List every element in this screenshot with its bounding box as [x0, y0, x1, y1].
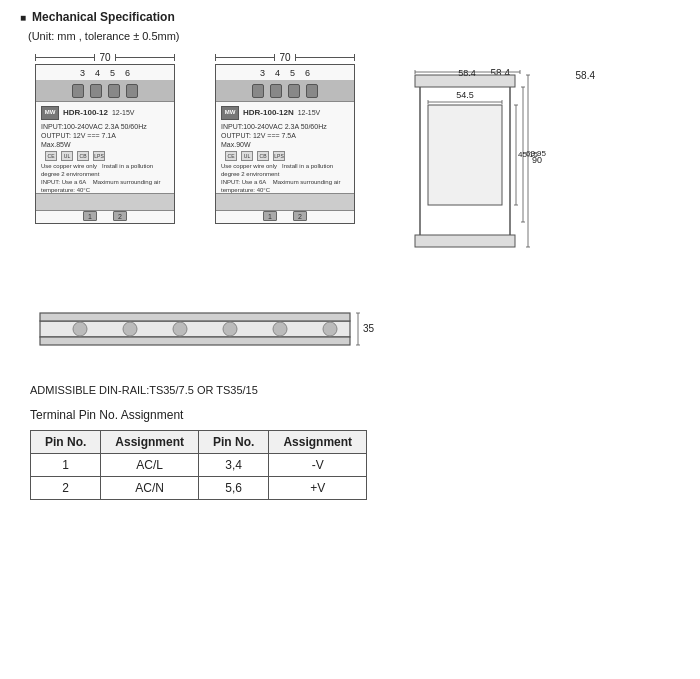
pin-labels-1: 3 4 5 6 — [36, 65, 174, 78]
svg-point-31 — [273, 322, 287, 336]
table-row: 1 AC/L 3,4 -V — [31, 454, 367, 477]
device-top-bar-2 — [216, 80, 354, 102]
pin-34: 3,4 — [199, 454, 269, 477]
bottom-pin-2: 2 — [113, 211, 127, 221]
pin-56: 5,6 — [199, 477, 269, 500]
col-pin-no-1: Pin No. — [31, 431, 101, 454]
svg-point-30 — [223, 322, 237, 336]
front-view-1: 70 3 4 5 6 — [30, 52, 180, 224]
pin-labels-2: 3 4 5 6 — [216, 65, 354, 78]
connector-pin — [90, 84, 102, 98]
model-1: HDR-100-12 — [63, 108, 108, 118]
dim-line-right-1 — [115, 57, 175, 58]
input-text-2: INPUT:100-240VAC 2.3A 50/60Hz — [221, 122, 349, 131]
device-bottom-bar-2 — [216, 193, 354, 211]
connector-pin — [72, 84, 84, 98]
dim-line-left-1 — [35, 57, 95, 58]
ce-icon: CE — [225, 151, 237, 161]
svg-point-29 — [173, 322, 187, 336]
dim-line-left-2 — [215, 57, 275, 58]
pin-2: 2 — [31, 477, 101, 500]
side-view: 58.4 58.4 58.4 — [410, 68, 550, 273]
input-text-1: INPUT:100-240VAC 2.3A 50/60Hz — [41, 122, 169, 131]
cb-icon: CB — [77, 151, 89, 161]
svg-rect-26 — [40, 337, 350, 345]
ce-icon: CE — [45, 151, 57, 161]
front-view-2: 70 3 4 5 6 — [210, 52, 360, 224]
assign-ac-l: AC/L — [101, 454, 199, 477]
dim-58-4: 58.4 — [576, 70, 595, 81]
svg-rect-25 — [40, 313, 350, 321]
lps-icon: LPS — [93, 151, 105, 161]
din-label: ADMISSIBLE DIN-RAIL:TS35/7.5 OR TS35/15 — [30, 384, 680, 396]
max-watt-1: Max.85W — [41, 140, 169, 149]
bottom-connectors-2: 1 2 — [216, 211, 354, 221]
terminal-table: Pin No. Assignment Pin No. Assignment 1 … — [30, 430, 367, 500]
din-diagram: 35 — [30, 293, 680, 376]
side-view-svg: 58.4 54.5 90 63.95 45.15 — [410, 70, 550, 270]
assign-ac-n: AC/N — [101, 477, 199, 500]
svg-text:35: 35 — [363, 323, 375, 334]
bottom-connectors-1: 1 2 — [36, 211, 174, 221]
output-text-2: OUTPUT: 12V === 7.5A — [221, 131, 349, 140]
device-box-2: 3 4 5 6 MW HDR-100-12N — [215, 64, 355, 224]
dim-value-1: 70 — [95, 52, 114, 63]
terminal-title: Terminal Pin No. Assignment — [30, 408, 680, 422]
terminal-table-header: Pin No. Assignment Pin No. Assignment — [31, 431, 367, 454]
max-watt-2: Max.90W — [221, 140, 349, 149]
output-text-1: OUTPUT: 12V === 7.1A — [41, 131, 169, 140]
cb-icon: CB — [257, 151, 269, 161]
device-top-bar-1 — [36, 80, 174, 102]
connector-pin — [270, 84, 282, 98]
header-row: Pin No. Assignment Pin No. Assignment — [31, 431, 367, 454]
ul-icon: UL — [61, 151, 73, 161]
din-rail-svg: 35 — [30, 293, 390, 373]
assign-pos-v: +V — [269, 477, 367, 500]
svg-text:54.5: 54.5 — [456, 90, 474, 100]
diagrams-row: 70 3 4 5 6 — [30, 52, 680, 273]
unit-note: (Unit: mm , tolerance ± 0.5mm) — [28, 30, 680, 42]
dim-line-right-2 — [295, 57, 355, 58]
cert-icons-2: CE UL CB LPS — [221, 149, 349, 163]
title-text: Mechanical Specification — [32, 10, 175, 24]
svg-point-28 — [123, 322, 137, 336]
assign-neg-v: -V — [269, 454, 367, 477]
dim-top-1: 70 — [35, 52, 175, 63]
bottom-pin-1: 1 — [83, 211, 97, 221]
pin-1: 1 — [31, 454, 101, 477]
device-box-1: 3 4 5 6 MW HDR-100-12 — [35, 64, 175, 224]
lps-icon: LPS — [273, 151, 285, 161]
col-assign-2: Assignment — [269, 431, 367, 454]
device-bottom-bar-1 — [36, 193, 174, 211]
terminal-table-body: 1 AC/L 3,4 -V 2 AC/N 5,6 +V — [31, 454, 367, 500]
dim-value-2: 70 — [275, 52, 294, 63]
terminal-section: Terminal Pin No. Assignment Pin No. Assi… — [30, 408, 680, 500]
side-view-container: 58.4 58.4 54.5 — [410, 70, 550, 273]
connector-pin — [108, 84, 120, 98]
table-row: 2 AC/N 5,6 +V — [31, 477, 367, 500]
model-2: HDR-100-12N — [243, 108, 294, 118]
svg-rect-1 — [428, 105, 502, 205]
svg-text:58.4: 58.4 — [458, 70, 476, 78]
svg-rect-3 — [415, 235, 515, 247]
connector-pin — [288, 84, 300, 98]
section-title: Mechanical Specification — [20, 10, 680, 24]
connector-pin — [126, 84, 138, 98]
col-pin-no-2: Pin No. — [199, 431, 269, 454]
bottom-pin-2: 2 — [293, 211, 307, 221]
connector-pin — [306, 84, 318, 98]
bottom-pin-1: 1 — [263, 211, 277, 221]
svg-point-27 — [73, 322, 87, 336]
connector-pin — [252, 84, 264, 98]
dim-top-2: 70 — [215, 52, 355, 63]
svg-text:45.15: 45.15 — [518, 150, 539, 159]
din-section: 35 ADMISSIBLE DIN-RAIL:TS35/7.5 OR TS35/… — [30, 293, 680, 396]
col-assign-1: Assignment — [101, 431, 199, 454]
right-dims: 58.4 — [576, 70, 595, 81]
ul-icon: UL — [241, 151, 253, 161]
cert-icons-1: CE UL CB LPS — [41, 149, 169, 163]
front-views: 70 3 4 5 6 — [30, 52, 360, 224]
svg-point-32 — [323, 322, 337, 336]
